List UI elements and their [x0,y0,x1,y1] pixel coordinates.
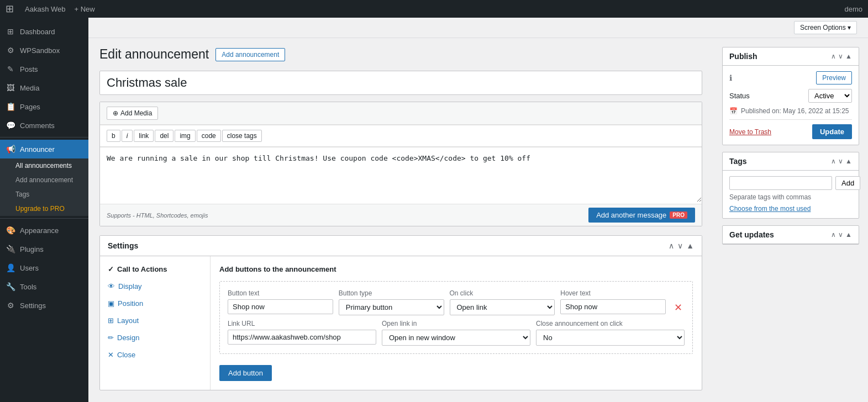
wpsandbox-icon: ⚙ [6,45,15,55]
page-title: Edit announcement [99,47,209,62]
sidebar-item-label: Announcer [20,145,55,154]
sidebar-item-label: Pages [20,103,40,111]
admin-bar-site[interactable]: Aakash Web [25,5,65,13]
settings-nav-position[interactable]: ▣ Position [100,295,210,312]
tags-input[interactable] [729,176,832,190]
tags-choose-link[interactable]: Choose from the most used [729,205,811,213]
button-type-field: Button type Primary button Secondary but… [339,289,444,315]
link-url-label: Link URL [228,320,376,327]
link-url-input[interactable] [228,330,376,345]
settings-body: ✓ Call to Actions 👁 Display ▣ Position [100,256,702,390]
publish-collapse-up[interactable]: ∧ [831,52,836,60]
sidebar-item-label: Posts [20,65,38,73]
add-another-message-button[interactable]: Add another message PRO [588,208,695,223]
wp-logo-icon: ⊞ [6,3,14,15]
on-click-label: On click [450,289,555,297]
publish-toggle[interactable]: ▲ [845,52,852,60]
published-date-text: Published on: May 16, 2022 at 15:25 [741,107,849,115]
submenu-add-announcement[interactable]: Add announcement [0,173,88,187]
sidebar-item-tools[interactable]: 🔧 Tools [0,277,88,296]
post-title-input[interactable] [99,71,702,95]
sidebar-item-comments[interactable]: 💬 Comments [0,116,88,135]
plugins-icon: 🔌 [6,244,15,254]
submenu-all-announcements[interactable]: All announcements [0,158,88,173]
close-on-click-select[interactable]: No Yes [536,330,685,346]
update-button[interactable]: Update [812,124,852,139]
cta-row-footer: Link URL Open link in Open in new window… [228,320,685,346]
tags-collapse-down[interactable]: ∨ [838,157,843,165]
sidebar-item-settings[interactable]: ⚙ Settings [0,296,88,315]
settings-box: Settings ∧ ∨ ▲ ✓ Call to Actions [99,235,702,390]
sidebar-item-appearance[interactable]: 🎨 Appearance [0,221,88,240]
info-icon[interactable]: ℹ [729,73,732,82]
sidebar-item-posts[interactable]: ✎ Posts [0,60,88,78]
sidebar-item-announcer[interactable]: 📢 Announcer [0,140,88,158]
submenu-tags[interactable]: Tags [0,187,88,202]
del-button[interactable]: del [155,130,173,142]
screen-options-bar: Screen Options ▾ [88,18,868,38]
publish-footer: Move to Trash Update [729,119,852,139]
status-select[interactable]: Active Inactive Draft [808,89,852,103]
cta-delete-button[interactable]: ✕ [671,289,685,315]
close-on-click-label: Close announcement on click [536,320,685,327]
button-text-input[interactable] [228,299,333,314]
sidebar-item-plugins[interactable]: 🔌 Plugins [0,240,88,258]
hover-text-input[interactable] [560,299,666,314]
bold-button[interactable]: b [107,130,120,142]
get-updates-collapse-up[interactable]: ∧ [831,231,836,239]
pages-icon: 📋 [6,102,15,112]
sidebar-item-dashboard[interactable]: ⊞ Dashboard [0,22,88,41]
get-updates-collapse-down[interactable]: ∨ [838,231,843,239]
tags-add-button[interactable]: Add [835,176,860,190]
get-updates-toggle[interactable]: ▲ [845,231,852,239]
admin-bar-left: ⊞ Aakash Web + New [6,3,95,15]
page-header: Edit announcement Add announcement [99,47,702,62]
submenu-upgrade[interactable]: Upgrade to PRO [0,202,88,216]
calendar-icon: 📅 [729,107,738,115]
admin-bar-new[interactable]: + New [74,5,94,13]
preview-button[interactable]: Preview [816,71,852,84]
content-area: Edit announcement Add announcement ⊕ Add… [88,38,868,402]
settings-collapse-up-button[interactable]: ∧ [669,241,674,250]
button-text-field: Button text [228,289,333,315]
on-click-select[interactable]: Open link Close announcement No action [450,299,555,315]
sidebar-item-wpsandbox[interactable]: ⚙ WPSandbox [0,41,88,60]
open-link-in-select[interactable]: Open in new window Same window [382,330,530,346]
add-button-button[interactable]: Add button [219,365,272,381]
settings-toggle-button[interactable]: ▲ [686,241,694,250]
add-announcement-header-button[interactable]: Add announcement [215,48,285,61]
publish-collapse-down[interactable]: ∨ [838,52,843,60]
screen-options-button[interactable]: Screen Options ▾ [794,21,857,34]
sidebar-item-media[interactable]: 🖼 Media [0,78,88,97]
tags-toggle[interactable]: ▲ [845,157,852,165]
settings-nav-design[interactable]: ✏ Design [100,329,210,346]
button-type-select[interactable]: Primary button Secondary button Text lin… [339,299,444,315]
settings-nav-display[interactable]: 👁 Display [100,278,210,295]
add-media-button[interactable]: ⊕ Add Media [107,107,158,120]
tags-collapse-up[interactable]: ∧ [831,157,836,165]
settings-nav-layout[interactable]: ⊞ Layout [100,312,210,329]
code-button[interactable]: code [197,130,221,142]
sidebar: ⊞ Dashboard ⚙ WPSandbox ✎ Posts 🖼 Media … [0,0,88,402]
sidebar-item-label: Dashboard [20,28,55,36]
preview-row: ℹ Preview [729,71,852,84]
italic-button[interactable]: i [122,130,133,142]
close-on-click-field: Close announcement on click No Yes [536,320,685,346]
settings-nav-cta[interactable]: ✓ Call to Actions [100,261,210,278]
tags-title: Tags [729,157,747,166]
sidebar-item-users[interactable]: 👤 Users [0,258,88,277]
button-text-label: Button text [228,289,333,297]
sidebar-item-pages[interactable]: 📋 Pages [0,97,88,116]
move-to-trash-link[interactable]: Move to Trash [729,128,771,136]
tags-input-row: Add [729,176,852,190]
settings-collapse-down-button[interactable]: ∨ [677,241,683,250]
editor-textarea[interactable]: We are running a sale in our shop till C… [100,147,702,202]
publish-body: ℹ Preview Status Active Inactive Draft 📅 [723,66,859,145]
publish-title: Publish [729,52,757,61]
close-tags-button[interactable]: close tags [222,130,262,142]
layout-icon: ⊞ [108,316,114,325]
tags-box-header: Tags ∧ ∨ ▲ [723,152,859,171]
settings-nav-close[interactable]: ✕ Close [100,346,210,363]
img-button[interactable]: img [175,130,195,142]
link-button[interactable]: link [134,130,154,142]
